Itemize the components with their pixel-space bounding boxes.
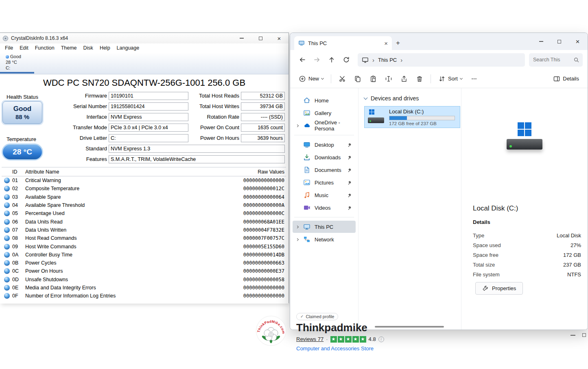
share-button[interactable] <box>397 72 411 86</box>
details-heading: Details <box>473 219 490 225</box>
refresh-button[interactable] <box>339 53 354 67</box>
files-area: Devices and drives Local Disk (C:) 172 G… <box>358 88 461 330</box>
disk-tab-c[interactable]: Good 28 °C C: <box>6 54 21 71</box>
sidebar-item-desktop[interactable]: Desktop <box>293 139 356 151</box>
chevron-right-icon <box>296 225 299 228</box>
smart-table-header: ID Attribute Name Raw Values <box>2 167 286 176</box>
maximize-button[interactable] <box>550 33 568 50</box>
power-on-count-value: 1635 count <box>241 124 285 132</box>
home-icon <box>303 97 310 104</box>
minimize-button[interactable] <box>232 33 251 43</box>
selected-disk-underline <box>0 72 34 74</box>
close-button[interactable]: × <box>270 33 289 43</box>
maximize-icon[interactable] <box>582 333 586 337</box>
sidebar-item-network[interactable]: Network <box>293 233 356 245</box>
breadcrumb[interactable]: This PC <box>378 57 397 63</box>
pin-icon <box>347 193 352 198</box>
status-dot-icon <box>6 55 9 59</box>
pin-icon <box>347 142 352 147</box>
documents-icon <box>303 166 310 174</box>
music-icon <box>303 191 310 199</box>
properties-button[interactable]: Properties <box>475 282 523 295</box>
search-icon <box>573 57 579 63</box>
power-on-hours-value: 3639 hours <box>241 134 285 142</box>
chevron-right-icon <box>296 238 299 241</box>
minimize-icon[interactable] <box>571 335 575 336</box>
more-options-button[interactable] <box>467 72 481 86</box>
standard-label: Standard <box>49 145 107 152</box>
temperature-label: Temperature <box>7 136 36 142</box>
status-sphere-icon <box>4 202 10 208</box>
sidebar-item-documents[interactable]: Documents <box>293 164 356 176</box>
sidebar-divider <box>294 135 354 135</box>
copy-button[interactable] <box>350 72 365 86</box>
new-tab-button[interactable]: + <box>392 37 404 49</box>
sidebar-item-gallery[interactable]: Gallery <box>293 107 356 119</box>
smart-row: 04Available Spare Threshold0000000000000… <box>2 201 286 209</box>
disk-tab-drive-letter: C: <box>6 65 21 71</box>
close-button[interactable]: × <box>568 33 587 50</box>
smart-row: 0BPower Cycles00000000000663 <box>2 259 286 267</box>
details-row: File systemNTFS <box>473 269 581 279</box>
properties-icon <box>482 285 488 291</box>
star-icon: ★ <box>338 336 344 343</box>
delete-button[interactable] <box>412 72 427 86</box>
details-view-button[interactable]: Details <box>549 73 583 85</box>
minimize-button[interactable] <box>532 33 550 50</box>
sidebar-item-this-pc[interactable]: This PC <box>293 221 356 233</box>
standard-value: NVM Express 1.3 <box>109 145 285 153</box>
menu-theme[interactable]: Theme <box>58 45 80 51</box>
drive-local-disk-c[interactable]: Local Disk (C:) 172 GB free of 237 GB <box>364 106 460 128</box>
cdi-menubar: File Edit Function Theme Disk Help Langu… <box>0 43 289 52</box>
menu-function[interactable]: Function <box>32 45 58 51</box>
sidebar-item-onedrive[interactable]: OneDrive - Persona <box>293 119 356 132</box>
sidebar-item-downloads[interactable]: Downloads <box>293 151 356 163</box>
sidebar-item-videos[interactable]: Videos <box>293 202 356 214</box>
windows-logo-icon <box>518 122 531 136</box>
up-button[interactable] <box>324 53 339 67</box>
smart-row: 01Critical Warning00000000000000 <box>2 176 286 184</box>
devices-and-drives-header[interactable]: Devices and drives <box>364 94 461 103</box>
paste-button[interactable] <box>366 72 380 86</box>
drive-letter-label: Drive Letter <box>49 135 107 141</box>
back-button[interactable] <box>295 53 310 67</box>
forward-button[interactable] <box>310 53 324 67</box>
command-toolbar: New Sort Details <box>290 69 588 88</box>
thinkpadmike-logo: ThinkPadMike.com <box>256 315 286 346</box>
maximize-icon <box>259 37 262 40</box>
smart-row: 02Composite Temperature0000000000012C <box>2 184 286 193</box>
health-status-button[interactable]: Good 88 % <box>2 101 42 124</box>
reviews-link[interactable]: Reviews 77 <box>296 336 324 342</box>
address-bar[interactable]: › This PC › <box>358 53 525 67</box>
close-icon: × <box>576 38 580 45</box>
menu-file[interactable]: File <box>2 45 16 51</box>
breadcrumb-chevron-icon[interactable]: › <box>400 57 402 63</box>
total-host-reads-value: 52312 GB <box>241 92 285 100</box>
menu-disk[interactable]: Disk <box>80 45 96 51</box>
onedrive-cloud-icon <box>303 122 310 129</box>
sort-button[interactable]: Sort <box>435 73 466 85</box>
seller-category-link[interactable]: Computer and Accessories Store <box>296 345 386 352</box>
tab-close-button[interactable]: × <box>384 40 388 46</box>
copy-icon <box>354 75 361 82</box>
chevron-down-icon <box>364 96 368 100</box>
status-sphere-icon <box>4 227 10 233</box>
rename-button[interactable] <box>381 72 396 86</box>
claimed-profile-badge: ✓ Claimed profile <box>296 313 338 320</box>
new-button[interactable]: New <box>295 73 327 85</box>
cut-button[interactable] <box>335 72 350 86</box>
maximize-button[interactable] <box>251 33 270 43</box>
sidebar-item-music[interactable]: Music <box>293 189 356 201</box>
info-icon[interactable]: i <box>378 336 384 342</box>
menu-language[interactable]: Language <box>114 45 143 51</box>
menu-edit[interactable]: Edit <box>16 45 32 51</box>
delete-icon <box>416 75 423 82</box>
downloads-icon <box>303 154 310 161</box>
menu-help[interactable]: Help <box>96 45 114 51</box>
sidebar-item-home[interactable]: Home <box>293 94 356 106</box>
star-icon: ★ <box>360 336 366 343</box>
tab-this-pc[interactable]: This PC × <box>294 36 392 50</box>
disk-tab-status: Good <box>10 54 21 59</box>
sidebar-item-pictures[interactable]: Pictures <box>293 176 356 189</box>
smart-row: 0FNumber of Error Information Log Entrie… <box>2 292 286 300</box>
